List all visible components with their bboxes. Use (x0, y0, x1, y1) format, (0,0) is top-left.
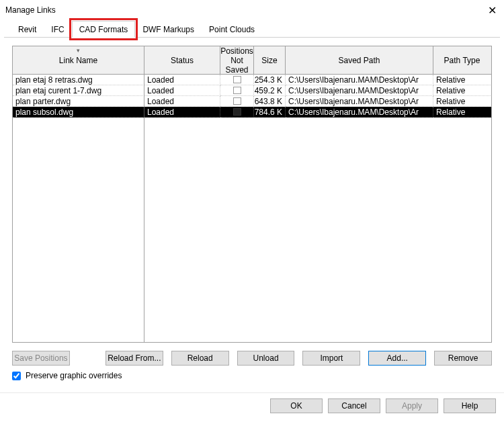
cell-size: 459.2 K (254, 85, 286, 96)
window-title: Manage Links (5, 5, 56, 15)
cell-path-type: Relative (433, 96, 491, 107)
table-row[interactable]: plan parter.dwgLoaded643.8 KC:\Users\Iba… (13, 96, 491, 107)
cell-positions (220, 75, 254, 85)
cell-positions (220, 96, 254, 107)
positions-checkbox[interactable] (233, 97, 241, 105)
col-header-link-name[interactable]: Link Name (13, 46, 144, 74)
tab-cad-formats[interactable]: CAD Formats (72, 21, 136, 38)
table-row[interactable]: plan etaj 8 retras.dwgLoaded254.3 KC:\Us… (13, 75, 491, 85)
table-row[interactable]: plan subsol.dwgLoaded784.6 KC:\Users\Iba… (13, 107, 491, 118)
cell-link-name: plan parter.dwg (13, 96, 144, 107)
apply-button[interactable]: Apply (386, 398, 438, 413)
cell-link-name: plan subsol.dwg (13, 107, 144, 118)
add-button[interactable]: Add... (368, 351, 426, 366)
close-icon[interactable]: ✕ (485, 4, 499, 17)
cell-positions (220, 107, 254, 118)
cell-size: 254.3 K (254, 75, 286, 85)
ok-button[interactable]: OK (270, 398, 323, 413)
col-header-status[interactable]: Status (144, 46, 220, 74)
tab-ifc[interactable]: IFC (44, 21, 71, 38)
cell-saved-path: C:\Users\Ibajenaru.MAM\Desktop\Ar (286, 96, 433, 107)
cell-link-name: plan etaj curent 1-7.dwg (13, 85, 144, 96)
cell-size: 643.8 K (254, 96, 286, 107)
tab-point-clouds[interactable]: Point Clouds (202, 21, 262, 38)
cell-path-type: Relative (433, 107, 491, 118)
remove-button[interactable]: Remove (434, 351, 492, 366)
cell-saved-path: C:\Users\Ibajenaru.MAM\Desktop\Ar (286, 85, 433, 96)
preserve-overrides-checkbox[interactable] (12, 372, 21, 380)
unload-button[interactable]: Unload (237, 351, 295, 366)
cell-size: 784.6 K (254, 107, 286, 118)
grid-header: Link Name Status Positions Not Saved Siz… (13, 46, 491, 75)
save-positions-button[interactable]: Save Positions (12, 351, 70, 366)
cell-path-type: Relative (433, 85, 491, 96)
cell-saved-path: C:\Users\Ibajenaru.MAM\Desktop\Ar (286, 107, 433, 118)
col-header-positions[interactable]: Positions Not Saved (220, 46, 254, 74)
cell-status: Loaded (144, 85, 220, 96)
reload-from-button[interactable]: Reload From... (106, 351, 163, 366)
col-header-path-type[interactable]: Path Type (433, 46, 491, 74)
tab-dwf-markups[interactable]: DWF Markups (135, 21, 202, 38)
positions-checkbox[interactable] (233, 76, 241, 83)
cell-status: Loaded (144, 107, 220, 118)
positions-checkbox[interactable] (233, 108, 241, 116)
tab-revit[interactable]: Revit (11, 21, 44, 38)
cell-status: Loaded (144, 96, 220, 107)
links-grid: Link Name Status Positions Not Saved Siz… (12, 46, 492, 343)
tab-bar: Revit IFC CAD Formats DWF Markups Point … (4, 20, 500, 38)
cell-path-type: Relative (433, 75, 491, 85)
col-header-size[interactable]: Size (254, 46, 286, 74)
cancel-button[interactable]: Cancel (328, 398, 380, 413)
reload-button[interactable]: Reload (171, 351, 229, 366)
table-row[interactable]: plan etaj curent 1-7.dwgLoaded459.2 KC:\… (13, 85, 491, 96)
col-header-saved-path[interactable]: Saved Path (286, 46, 433, 74)
cell-saved-path: C:\Users\Ibajenaru.MAM\Desktop\Ar (286, 75, 433, 85)
import-button[interactable]: Import (302, 351, 360, 366)
help-button[interactable]: Help (444, 398, 496, 413)
positions-checkbox[interactable] (233, 87, 241, 94)
preserve-overrides-label: Preserve graphic overrides (26, 371, 122, 380)
cell-link-name: plan etaj 8 retras.dwg (13, 75, 144, 85)
cell-status: Loaded (144, 75, 220, 85)
cell-positions (220, 85, 254, 96)
